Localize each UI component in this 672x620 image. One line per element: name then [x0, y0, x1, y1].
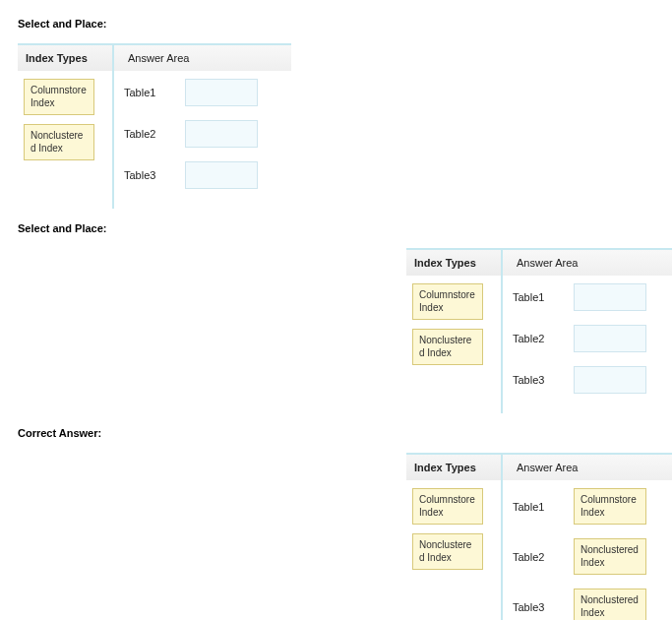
row-label: Table1 [513, 501, 574, 513]
source-header: Index Types [18, 45, 112, 71]
table-row: Table3 Nonclustered Index [513, 589, 672, 620]
section-title: Select and Place: [18, 18, 654, 30]
table-row: Table1 [124, 79, 285, 106]
answer-rows: Table1 Columnstore Index Table2 Nonclust… [503, 480, 672, 620]
panel-wrap: Index Types Columnstore Index Noncluster… [406, 248, 654, 413]
drop-zone[interactable] [574, 366, 646, 394]
table-row: Table3 [124, 161, 285, 189]
row-label: Table2 [124, 128, 185, 140]
table-row: Table2 [513, 325, 672, 352]
index-chip-columnstore[interactable]: Columnstore Index [412, 488, 483, 525]
panel-wrap: Index Types Columnstore Index Noncluster… [18, 43, 654, 209]
table-row: Table1 [513, 283, 672, 311]
answer-column: Answer Area Table1 Columnstore Index Tab… [503, 455, 672, 620]
table-row: Table3 [513, 366, 672, 394]
answer-rows: Table1 Table2 Table3 [114, 71, 291, 189]
source-column: Index Types Columnstore Index Noncluster… [18, 45, 114, 209]
row-label: Table1 [124, 87, 185, 98]
panel-wrap: Index Types Columnstore Index Noncluster… [406, 453, 654, 620]
source-list: Columnstore Index Nonclustered Index [406, 276, 501, 365]
index-chip-columnstore[interactable]: Columnstore Index [24, 79, 94, 115]
table-row: Table2 Nonclustered Index [513, 538, 672, 575]
source-column: Index Types Columnstore Index Noncluster… [406, 250, 503, 413]
table-row: Table1 Columnstore Index [513, 488, 672, 525]
answer-header: Answer Area [503, 250, 672, 276]
source-header: Index Types [406, 250, 501, 276]
answer-header: Answer Area [114, 45, 291, 71]
dnd-panel: Index Types Columnstore Index Noncluster… [406, 453, 672, 620]
drop-zone[interactable] [574, 325, 646, 352]
drop-zone[interactable] [574, 283, 646, 311]
answer-rows: Table1 Table2 Table3 [503, 276, 672, 394]
drop-zone-filled[interactable]: Nonclustered Index [574, 538, 646, 575]
index-chip-nonclustered[interactable]: Nonclustered Index [24, 124, 94, 160]
source-header: Index Types [406, 455, 501, 480]
answer-column: Answer Area Table1 Table2 Table3 [114, 45, 291, 209]
drop-zone-filled[interactable]: Nonclustered Index [574, 589, 646, 620]
index-chip-columnstore[interactable]: Columnstore Index [412, 283, 483, 320]
source-column: Index Types Columnstore Index Noncluster… [406, 455, 503, 620]
section-title: Select and Place: [18, 222, 654, 234]
dnd-panel: Index Types Columnstore Index Noncluster… [406, 248, 672, 413]
section-title: Correct Answer: [18, 427, 654, 439]
row-label: Table2 [513, 333, 574, 344]
row-label: Table3 [513, 601, 574, 613]
row-label: Table1 [513, 291, 574, 303]
source-list: Columnstore Index Nonclustered Index [406, 480, 501, 570]
drop-zone[interactable] [185, 120, 258, 148]
answer-column: Answer Area Table1 Table2 Table3 [503, 250, 672, 413]
index-chip-nonclustered[interactable]: Nonclustered Index [412, 533, 483, 570]
row-label: Table2 [513, 551, 574, 563]
index-chip-nonclustered[interactable]: Nonclustered Index [412, 329, 483, 365]
row-label: Table3 [513, 374, 574, 386]
drop-zone-filled[interactable]: Columnstore Index [574, 488, 646, 525]
table-row: Table2 [124, 120, 285, 148]
drop-zone[interactable] [185, 161, 258, 189]
drop-zone[interactable] [185, 79, 258, 106]
dnd-panel: Index Types Columnstore Index Noncluster… [18, 43, 291, 209]
source-list: Columnstore Index Nonclustered Index [18, 71, 112, 160]
answer-header: Answer Area [503, 455, 672, 480]
row-label: Table3 [124, 169, 185, 181]
